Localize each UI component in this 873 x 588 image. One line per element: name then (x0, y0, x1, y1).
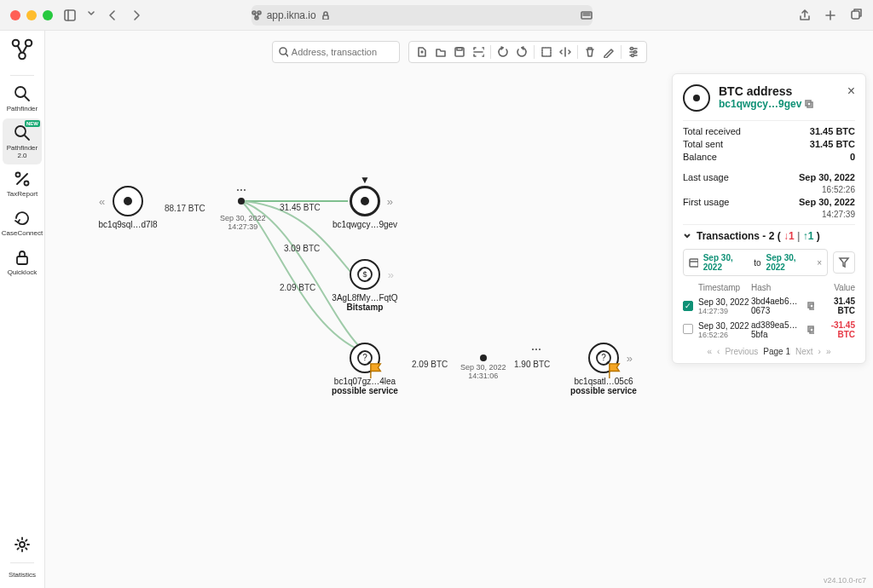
fullscreen-window-icon[interactable] (43, 10, 53, 20)
sidebar-item-label: Quicklock (8, 269, 38, 277)
edge-amount: 88.17 BTC (165, 204, 205, 213)
graph-node-selected[interactable]: ▼ » bc1qwgcy…9gev (327, 186, 403, 229)
node-sublabel: Bitstamp (347, 303, 384, 312)
transactions-table: Timestamp Hash Value Sep 30, 2022 14:27:… (683, 281, 855, 342)
edge-amount: 3.09 BTC (284, 244, 320, 253)
sidebar-item-caseconnect[interactable]: CaseConnect (3, 204, 42, 243)
col-value: Value (814, 283, 855, 292)
graph-node[interactable]: $ » 3AgL8fMy…FqtQ Bitstamp (327, 259, 403, 312)
panel-address[interactable]: bc1qwgcy…9gev (719, 98, 839, 110)
details-panel: BTC address bc1qwgcy…9gev × Total receiv… (672, 73, 866, 364)
panel-title: BTC address (719, 84, 839, 98)
share-icon[interactable] (798, 9, 812, 22)
expand-left-icon[interactable]: « (99, 195, 105, 208)
close-panel-button[interactable]: × (847, 84, 855, 98)
clear-filter-icon[interactable]: × (817, 258, 822, 268)
sidebar-toggle-icon[interactable] (63, 9, 77, 22)
page-prev-icon[interactable]: ‹ (717, 347, 720, 356)
stat-value: 14:27:39 (822, 210, 855, 219)
stat-value: 16:52:26 (822, 185, 855, 194)
sidebar: Pathfinder NEW Pathfinder 2.0 TaxReport … (0, 31, 45, 588)
minimize-window-icon[interactable] (26, 10, 37, 20)
address-icon (683, 84, 710, 112)
exchange-icon: $ (356, 266, 373, 283)
pager: « ‹ Previous Page 1 Next › » (683, 347, 855, 356)
node-sublabel: possible service (570, 386, 637, 395)
sidebar-item-statistics[interactable]: Statistics (3, 567, 42, 588)
edge-dot[interactable] (480, 355, 487, 361)
table-row[interactable]: Sep 30, 2022 14:27:39 3bd4aeb6…0673 31.4… (683, 294, 855, 318)
graph-node[interactable]: ? bc1q07gz…4lea possible service (327, 343, 403, 395)
node-label: 3AgL8fMy…FqtQ (332, 293, 397, 303)
edge-amount: 2.09 BTC (280, 283, 315, 292)
page-next-icon[interactable]: › (818, 347, 821, 356)
stat-value: Sep 30, 2022 (799, 172, 855, 182)
funnel-icon (838, 257, 850, 268)
node-label: bc1qwgcy…9gev (332, 220, 397, 229)
copy-icon[interactable] (807, 326, 814, 334)
graph-node[interactable]: ? » bc1qsatl…05c6 possible service (565, 343, 642, 395)
table-row[interactable]: Sep 30, 2022 16:52:26 ad389ea5…5bfa -31.… (683, 318, 855, 342)
reader-icon[interactable] (581, 11, 593, 20)
svg-line-23 (17, 174, 27, 184)
copy-icon[interactable] (807, 302, 814, 310)
search-icon (13, 84, 32, 103)
forward-icon[interactable] (130, 9, 143, 22)
copy-icon[interactable] (805, 100, 813, 108)
svg-rect-53 (690, 259, 698, 267)
sidebar-item-quicklock[interactable]: Quicklock (3, 243, 42, 282)
filter-button[interactable] (833, 251, 855, 274)
close-window-icon[interactable] (10, 10, 20, 20)
stat-value: 0 (850, 152, 855, 162)
sidebar-item-label: CaseConnect (2, 230, 43, 238)
expand-right-icon[interactable]: » (388, 268, 394, 281)
node-label: bc1q9sql…d7l8 (99, 220, 158, 229)
checkbox[interactable] (683, 301, 693, 311)
edge-amount: 31.45 BTC (280, 203, 321, 212)
new-tab-icon[interactable] (824, 9, 837, 22)
page-next[interactable]: Next (795, 347, 813, 356)
transactions-header[interactable]: Transactions - 2 ( ↓1 | ↑1 ) (683, 230, 855, 242)
back-icon[interactable] (106, 9, 119, 22)
graph-canvas[interactable]: 88.17 BTC ⋯ Sep 30, 2022 14:27:39 31.45 … (45, 31, 873, 588)
svg-text:$: $ (362, 270, 367, 279)
svg-rect-57 (808, 326, 813, 331)
node-sublabel: possible service (332, 386, 398, 395)
selected-marker-icon: ▼ (360, 174, 370, 186)
browser-chrome: app.ikna.io (0, 0, 873, 31)
svg-rect-52 (807, 102, 812, 107)
edge-menu-icon[interactable]: ⋯ (236, 184, 247, 196)
svg-point-21 (15, 126, 26, 136)
stat-value: Sep 30, 2022 (799, 197, 855, 207)
graph-node[interactable]: « bc1q9sql…d7l8 (90, 186, 166, 229)
traffic-lights (10, 10, 53, 20)
gear-icon (13, 535, 32, 554)
page-prev[interactable]: Previous (725, 347, 758, 356)
sidebar-item-pathfinder[interactable]: Pathfinder (3, 79, 42, 118)
svg-line-18 (23, 45, 27, 52)
chevron-down-icon (683, 232, 691, 240)
stat-label: First usage (683, 197, 729, 207)
edge-amount: 1.90 BTC (514, 360, 550, 369)
svg-point-16 (19, 53, 26, 60)
node-label: bc1q07gz…4lea (334, 377, 396, 386)
expand-right-icon[interactable]: » (387, 195, 393, 208)
sidebar-item-pathfinder-2[interactable]: NEW Pathfinder 2.0 (3, 118, 42, 165)
edge-timestamp: Sep 30, 2022 14:27:39 (220, 214, 266, 231)
app-logo-icon[interactable] (9, 36, 36, 63)
page-last-icon[interactable]: » (826, 347, 831, 356)
date-filter[interactable]: Sep 30, 2022 to Sep 30, 2022 × (683, 249, 828, 276)
flag-icon (368, 361, 380, 373)
sidebar-settings[interactable] (3, 530, 42, 559)
checkbox[interactable] (683, 324, 693, 334)
chevron-down-icon[interactable] (87, 9, 95, 22)
stat-value: 31.45 BTC (810, 139, 855, 149)
edge-menu-icon[interactable]: ⋯ (531, 343, 542, 355)
percent-icon (13, 170, 32, 188)
sidebar-item-taxreport[interactable]: TaxReport (3, 164, 42, 204)
expand-right-icon[interactable]: » (627, 352, 633, 365)
url-bar[interactable]: app.ikna.io (251, 5, 593, 26)
tabs-icon[interactable] (849, 9, 863, 22)
edge-dot[interactable] (238, 198, 245, 205)
page-first-icon[interactable]: « (708, 347, 713, 356)
